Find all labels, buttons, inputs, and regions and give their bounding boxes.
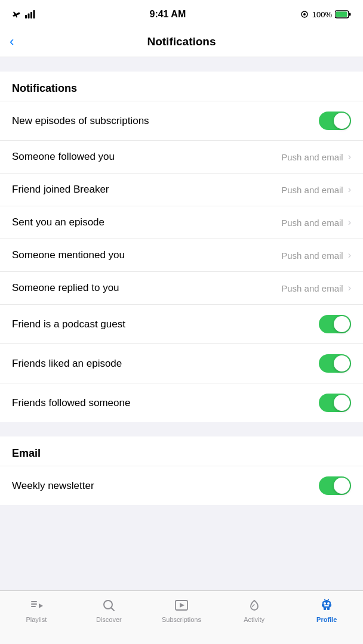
bottom-navigation: Playlist Discover Subscriptions [0,590,363,644]
airplane-icon [12,10,21,18]
svg-point-18 [324,602,326,605]
label-new-episodes: New episodes of subscriptions [12,115,319,127]
nav-item-playlist[interactable]: Playlist [0,597,73,623]
svg-rect-2 [30,12,32,18]
svg-rect-8 [349,13,350,16]
nav-label-profile: Profile [316,616,337,623]
chevron-sent-episode: › [348,217,351,228]
toggle-friends-liked[interactable] [319,354,351,373]
chevron-someone-mentioned: › [348,250,351,261]
svg-rect-3 [33,10,35,18]
label-friends-followed: Friends followed someone [12,397,319,409]
back-button[interactable]: ‹ [10,34,14,49]
top-gap [0,57,363,72]
svg-rect-10 [31,603,37,605]
svg-rect-1 [28,14,30,19]
svg-point-19 [327,602,330,605]
svg-marker-12 [39,603,43,608]
svg-rect-0 [25,15,27,18]
row-someone-followed[interactable]: Someone followed you Push and email › [0,140,363,173]
value-someone-followed: Push and email [281,152,343,162]
label-friend-joined: Friend joined Breaker [12,184,281,196]
svg-point-5 [303,13,306,16]
svg-rect-25 [330,604,331,606]
toggle-new-episodes[interactable] [319,112,351,130]
svg-rect-26 [324,608,326,610]
nav-label-playlist: Playlist [26,616,47,623]
svg-rect-20 [324,605,329,606]
page-title: Notifications [147,35,216,48]
nav-label-subscriptions: Subscriptions [162,616,201,623]
notifications-section: Notifications New episodes of subscripti… [0,72,363,422]
time-display: 9:41 AM [149,9,186,20]
svg-line-14 [111,608,114,611]
svg-rect-21 [325,600,328,602]
location-icon [300,10,309,18]
discover-icon [100,597,117,614]
row-friend-joined[interactable]: Friend joined Breaker Push and email › [0,173,363,206]
row-weekly-newsletter: Weekly newsletter [0,466,363,505]
page-header: ‹ Notifications [0,26,363,57]
label-someone-mentioned: Someone mentioned you [12,249,281,261]
label-someone-replied: Someone replied to you [12,282,281,294]
row-podcast-guest: Friend is a podcast guest [0,304,363,343]
toggle-friends-followed[interactable] [319,394,351,412]
label-podcast-guest: Friend is a podcast guest [12,318,319,330]
status-left [12,10,36,18]
label-someone-followed: Someone followed you [12,151,281,163]
row-someone-mentioned[interactable]: Someone mentioned you Push and email › [0,239,363,271]
svg-rect-24 [322,604,323,606]
battery-icon [335,10,351,18]
email-section: Email Weekly newsletter [0,436,363,505]
toggle-podcast-guest[interactable] [319,315,351,333]
value-someone-mentioned: Push and email [281,250,343,261]
chevron-someone-followed: › [348,151,351,162]
svg-rect-17 [322,601,331,608]
subscriptions-icon [173,597,190,614]
row-sent-episode[interactable]: Sent you an episode Push and email › [0,206,363,239]
svg-rect-11 [31,606,36,607]
status-bar: 9:41 AM 100% [0,0,363,26]
svg-marker-16 [180,603,184,608]
nav-item-subscriptions[interactable]: Subscriptions [145,597,218,623]
toggle-weekly-newsletter[interactable] [319,476,351,495]
nav-item-activity[interactable]: Activity [218,597,291,623]
playlist-icon [28,597,45,614]
row-friends-liked: Friends liked an episode [0,343,363,383]
value-friend-joined: Push and email [281,185,343,195]
signal-icon [25,10,36,18]
section-gap [0,422,363,436]
svg-rect-7 [336,12,347,17]
row-friends-followed: Friends followed someone [0,383,363,422]
nav-item-profile[interactable]: Profile [290,597,363,623]
email-section-header: Email [0,436,363,466]
content-area: Notifications New episodes of subscripti… [0,57,363,562]
value-sent-episode: Push and email [281,218,343,228]
label-weekly-newsletter: Weekly newsletter [12,480,319,492]
activity-icon [246,597,263,614]
nav-item-discover[interactable]: Discover [73,597,146,623]
status-right: 100% [300,10,351,19]
row-someone-replied[interactable]: Someone replied to you Push and email › [0,271,363,304]
label-sent-episode: Sent you an episode [12,216,281,228]
notifications-section-header: Notifications [0,72,363,101]
profile-icon [318,597,335,614]
svg-point-23 [328,599,329,600]
label-friends-liked: Friends liked an episode [12,358,319,370]
svg-rect-27 [327,608,330,610]
svg-rect-9 [31,601,37,602]
nav-label-discover: Discover [96,616,122,623]
nav-label-activity: Activity [244,616,264,623]
svg-point-22 [324,599,325,600]
value-someone-replied: Push and email [281,283,343,293]
row-new-episodes: New episodes of subscriptions [0,101,363,140]
battery-percent: 100% [312,10,332,19]
chevron-someone-replied: › [348,283,351,293]
chevron-friend-joined: › [348,184,351,195]
